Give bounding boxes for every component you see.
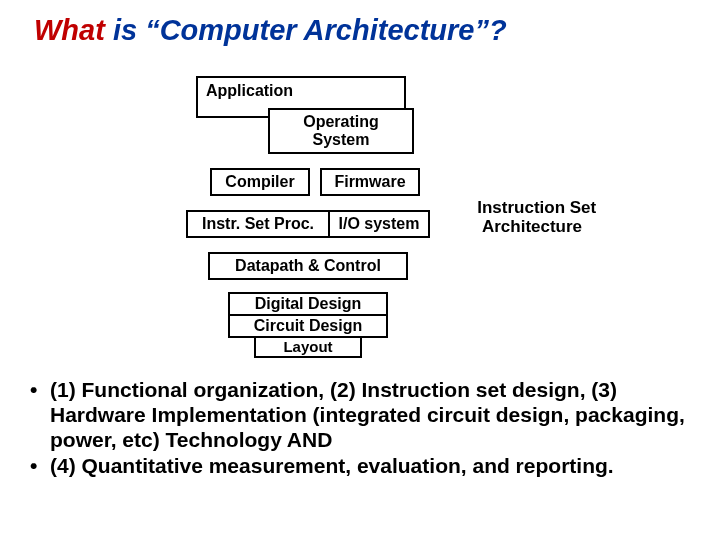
- box-isp-label: Instr. Set Proc.: [202, 215, 314, 233]
- box-layout-label: Layout: [283, 339, 332, 356]
- box-digital: Digital Design: [228, 292, 388, 316]
- box-io-label: I/O system: [339, 215, 420, 233]
- title-word-what: What: [34, 14, 105, 46]
- layer-diagram: Application Operating System Compiler Fi…: [186, 76, 430, 358]
- box-datapath-label: Datapath & Control: [235, 257, 381, 275]
- bullet-item: • (4) Quantitative measurement, evaluati…: [30, 454, 690, 479]
- box-os-label: Operating System: [303, 113, 379, 148]
- box-io: I/O system: [330, 210, 430, 238]
- box-datapath: Datapath & Control: [208, 252, 408, 280]
- bullet-list: • (1) Functional organization, (2) Instr…: [30, 378, 690, 481]
- isa-annotation-text: Instruction Set Architecture: [477, 198, 596, 237]
- slide-title: What is “Computer Architecture”?: [34, 14, 507, 47]
- box-firmware: Firmware: [320, 168, 420, 196]
- box-isp: Instr. Set Proc.: [186, 210, 330, 238]
- bullet-item: • (1) Functional organization, (2) Instr…: [30, 378, 690, 452]
- bullet-dot: •: [30, 454, 50, 479]
- box-compiler-label: Compiler: [225, 173, 294, 191]
- bullet-dot: •: [30, 378, 50, 452]
- box-os: Operating System: [268, 108, 414, 154]
- box-layout: Layout: [254, 336, 362, 358]
- bullet-text: (4) Quantitative measurement, evaluation…: [50, 454, 690, 479]
- title-rest: is “Computer Architecture”?: [105, 14, 507, 46]
- box-digital-label: Digital Design: [255, 295, 362, 313]
- isa-annotation: Instruction Set Architecture: [462, 178, 602, 237]
- box-circuit: Circuit Design: [228, 314, 388, 338]
- box-application-label: Application: [206, 82, 293, 100]
- box-firmware-label: Firmware: [334, 173, 405, 191]
- box-circuit-label: Circuit Design: [254, 317, 362, 335]
- box-compiler: Compiler: [210, 168, 310, 196]
- bullet-text: (1) Functional organization, (2) Instruc…: [50, 378, 690, 452]
